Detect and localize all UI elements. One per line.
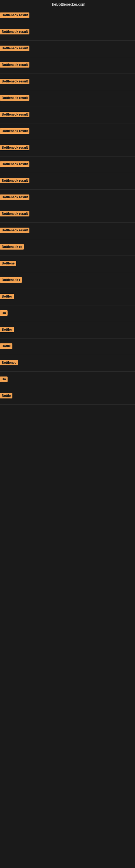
bottleneck-badge[interactable]: Bo <box>0 310 8 316</box>
bottleneck-badge[interactable]: Bottleneck result <box>0 128 30 134</box>
bottleneck-badge[interactable]: Bottler <box>0 327 14 332</box>
result-row: Bo <box>0 372 135 388</box>
bottleneck-badge[interactable]: Bottleneck result <box>0 12 30 18</box>
bottleneck-badge[interactable]: Bottleneck result <box>0 161 30 167</box>
bottleneck-badge[interactable]: Bottleneck re <box>0 244 24 250</box>
page-container: TheBottlenecker.com Bottleneck resultBot… <box>0 0 135 405</box>
result-row: Bottleneck result <box>0 190 135 206</box>
result-row: Bottle <box>0 339 135 355</box>
bottleneck-badge[interactable]: Bo <box>0 376 8 382</box>
result-row: Bottle <box>0 388 135 405</box>
bottleneck-badge[interactable]: Bottleneck result <box>0 79 30 84</box>
bottleneck-badge[interactable]: Bottleneck result <box>0 112 30 117</box>
bottleneck-badge[interactable]: Bottleneck result <box>0 95 30 101</box>
result-row: Bottleneck result <box>0 123 135 140</box>
result-row: Bottleneck result <box>0 223 135 239</box>
site-title: TheBottlenecker.com <box>0 0 135 8</box>
results-container: Bottleneck resultBottleneck resultBottle… <box>0 8 135 405</box>
result-row: Bottleneck re <box>0 239 135 256</box>
result-row: Bottleneck result <box>0 74 135 90</box>
bottleneck-badge[interactable]: Bottle <box>0 343 12 349</box>
bottleneck-badge[interactable]: Bottleneck result <box>0 29 30 34</box>
result-row: Bottleneck result <box>0 8 135 24</box>
bottleneck-badge[interactable]: Bottleneck result <box>0 62 30 67</box>
bottleneck-badge[interactable]: Bottleneck result <box>0 145 30 150</box>
bottleneck-badge[interactable]: Bottler <box>0 294 14 299</box>
result-row: Bottleneck r <box>0 272 135 289</box>
bottleneck-badge[interactable]: Bottleneck result <box>0 45 30 51</box>
result-row: Bottleneck result <box>0 41 135 57</box>
result-row: Bottlene <box>0 256 135 272</box>
result-row: Bottleneck result <box>0 107 135 123</box>
bottleneck-badge[interactable]: Bottleneck result <box>0 178 30 183</box>
bottleneck-badge[interactable]: Bottleneck result <box>0 194 30 200</box>
result-row: Bottleneck result <box>0 173 135 190</box>
result-row: Bo <box>0 305 135 322</box>
bottleneck-badge[interactable]: Bottlenec <box>0 360 18 365</box>
result-row: Bottler <box>0 322 135 339</box>
result-row: Bottleneck result <box>0 206 135 223</box>
bottleneck-badge[interactable]: Bottleneck r <box>0 277 22 283</box>
bottleneck-badge[interactable]: Bottlene <box>0 261 16 266</box>
result-row: Bottlenec <box>0 355 135 372</box>
result-row: Bottleneck result <box>0 156 135 173</box>
bottleneck-badge[interactable]: Bottle <box>0 393 12 399</box>
result-row: Bottleneck result <box>0 24 135 41</box>
result-row: Bottleneck result <box>0 57 135 74</box>
result-row: Bottleneck result <box>0 90 135 107</box>
result-row: Bottleneck result <box>0 140 135 156</box>
bottleneck-badge[interactable]: Bottleneck result <box>0 211 30 216</box>
bottleneck-badge[interactable]: Bottleneck result <box>0 227 30 233</box>
result-row: Bottler <box>0 289 135 305</box>
